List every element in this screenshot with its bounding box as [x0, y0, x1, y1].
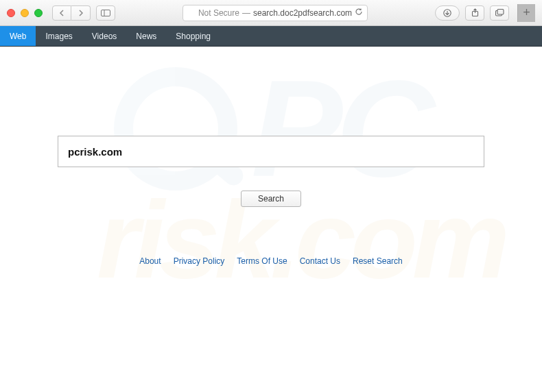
window-controls [7, 9, 43, 17]
tab-label: Images [45, 32, 72, 41]
search-button[interactable]: Search [241, 191, 301, 207]
tab-news[interactable]: News [126, 26, 166, 46]
address-separator: — [242, 8, 250, 18]
footer-link-contact[interactable]: Contact Us [300, 256, 340, 266]
tab-shopping[interactable]: Shopping [166, 26, 220, 46]
new-tab-button[interactable]: + [517, 4, 535, 22]
reload-icon[interactable] [355, 8, 363, 18]
footer-link-terms[interactable]: Terms Of Use [237, 256, 287, 266]
address-url: search.doc2pdfsearch.com [253, 8, 352, 18]
minimize-window-button[interactable] [21, 9, 29, 17]
svg-rect-5 [497, 10, 504, 15]
tab-label: Web [10, 32, 26, 41]
search-area: Search About Privacy Policy Terms Of Use… [0, 47, 542, 266]
tabs-button[interactable] [490, 5, 509, 21]
nav-buttons [52, 5, 91, 21]
security-status: Not Secure [198, 8, 239, 18]
tab-images[interactable]: Images [36, 26, 82, 46]
footer-link-reset[interactable]: Reset Search [353, 256, 403, 266]
forward-button[interactable] [71, 5, 91, 21]
downloads-button[interactable] [435, 5, 460, 21]
footer-link-privacy[interactable]: Privacy Policy [174, 256, 225, 266]
browser-toolbar: Not Secure — search.doc2pdfsearch.com + [0, 0, 542, 26]
search-input[interactable] [58, 136, 484, 167]
close-window-button[interactable] [7, 9, 15, 17]
svg-rect-0 [102, 10, 110, 16]
footer-links: About Privacy Policy Terms Of Use Contac… [139, 256, 402, 266]
page-content: PC risk.com Search About Privacy Policy … [0, 47, 542, 392]
share-button[interactable] [465, 5, 484, 21]
toolbar-right: + [435, 4, 535, 22]
tab-label: Shopping [176, 32, 211, 41]
footer-link-about[interactable]: About [139, 256, 161, 266]
category-tabs: Web Images Videos News Shopping [0, 26, 542, 47]
tab-web[interactable]: Web [0, 26, 36, 46]
back-button[interactable] [52, 5, 71, 21]
address-bar[interactable]: Not Secure — search.doc2pdfsearch.com [182, 5, 368, 21]
sidebar-toggle-button[interactable] [96, 5, 115, 21]
maximize-window-button[interactable] [34, 9, 43, 17]
tab-label: Videos [92, 32, 117, 41]
tab-videos[interactable]: Videos [82, 26, 126, 46]
tab-label: News [136, 32, 156, 41]
